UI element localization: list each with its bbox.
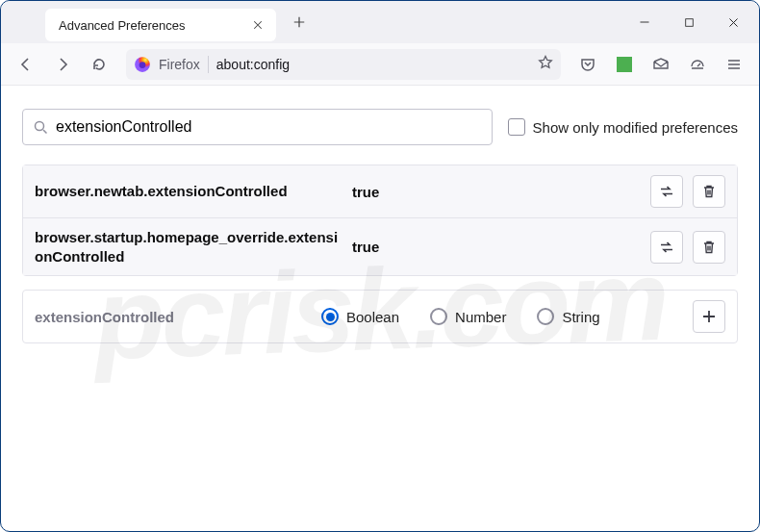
url-bar[interactable]: Firefox about:config bbox=[126, 49, 561, 80]
menu-button[interactable] bbox=[719, 49, 749, 80]
pref-value: true bbox=[352, 184, 641, 200]
mail-icon[interactable] bbox=[646, 49, 676, 80]
radio-icon bbox=[537, 308, 554, 325]
minimize-button[interactable] bbox=[622, 4, 667, 40]
svg-point-3 bbox=[36, 122, 44, 131]
pref-name: browser.startup.homepage_override.extens… bbox=[35, 228, 342, 266]
svg-point-2 bbox=[139, 62, 146, 68]
delete-button[interactable] bbox=[693, 231, 725, 264]
radio-number[interactable]: Number bbox=[430, 308, 506, 325]
modified-only-label: Show only modified preferences bbox=[533, 119, 738, 136]
new-pref-name: extensionControlled bbox=[35, 309, 304, 325]
add-pref-row: extensionControlled Boolean Number Strin… bbox=[22, 290, 738, 343]
radio-label: Boolean bbox=[346, 309, 399, 325]
urlbar-separator bbox=[208, 56, 209, 73]
toggle-icon bbox=[659, 240, 674, 255]
radio-icon bbox=[321, 308, 339, 325]
browser-tab[interactable]: Advanced Preferences bbox=[45, 9, 276, 41]
modified-only-toggle[interactable]: Show only modified preferences bbox=[508, 118, 738, 136]
search-input[interactable] bbox=[56, 118, 482, 136]
trash-icon bbox=[701, 184, 717, 199]
radio-boolean[interactable]: Boolean bbox=[321, 308, 399, 325]
pref-row: browser.newtab.extensionControlled true bbox=[23, 165, 737, 217]
close-tab-icon[interactable] bbox=[249, 16, 266, 34]
dashboard-icon[interactable] bbox=[682, 49, 713, 80]
extension-icon[interactable] bbox=[609, 49, 640, 80]
close-window-button[interactable] bbox=[711, 4, 755, 40]
titlebar: Advanced Preferences bbox=[1, 1, 759, 43]
search-row: Show only modified preferences bbox=[22, 109, 738, 145]
radio-icon bbox=[430, 308, 447, 325]
svg-rect-0 bbox=[685, 18, 693, 26]
delete-button[interactable] bbox=[693, 175, 725, 208]
reload-button[interactable] bbox=[84, 49, 114, 80]
pref-row: browser.startup.homepage_override.extens… bbox=[23, 217, 737, 275]
pocket-icon[interactable] bbox=[572, 49, 603, 80]
add-button[interactable] bbox=[693, 300, 725, 333]
search-box[interactable] bbox=[22, 109, 493, 145]
url-text: about:config bbox=[216, 57, 290, 72]
radio-label: Number bbox=[455, 309, 506, 325]
maximize-button[interactable] bbox=[667, 4, 711, 40]
content-area: Show only modified preferences browser.n… bbox=[1, 86, 759, 367]
radio-label: String bbox=[562, 309, 599, 325]
pref-name: browser.newtab.extensionControlled bbox=[35, 182, 342, 201]
checkbox-icon[interactable] bbox=[508, 118, 525, 136]
prefs-table: browser.newtab.extensionControlled true … bbox=[22, 165, 738, 276]
plus-icon bbox=[701, 309, 717, 324]
identity-label: Firefox bbox=[159, 57, 200, 72]
tab-title: Advanced Preferences bbox=[59, 18, 186, 33]
new-tab-button[interactable] bbox=[286, 9, 313, 36]
type-radio-group: Boolean Number String bbox=[321, 308, 675, 325]
toggle-button[interactable] bbox=[650, 175, 683, 208]
bookmark-star-icon[interactable] bbox=[538, 55, 553, 73]
back-button[interactable] bbox=[11, 49, 41, 80]
toggle-icon bbox=[659, 184, 674, 199]
forward-button[interactable] bbox=[47, 49, 78, 80]
radio-string[interactable]: String bbox=[537, 308, 599, 325]
search-icon bbox=[33, 119, 48, 135]
firefox-icon bbox=[134, 56, 151, 73]
pref-value: true bbox=[352, 239, 641, 255]
toggle-button[interactable] bbox=[650, 231, 683, 264]
trash-icon bbox=[701, 240, 717, 255]
nav-toolbar: Firefox about:config bbox=[1, 43, 759, 86]
